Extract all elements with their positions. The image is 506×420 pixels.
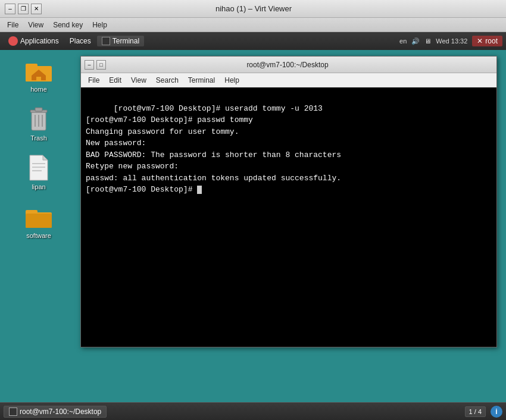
terminal-menubar: File Edit View Search Terminal Help: [81, 73, 496, 87]
tmenu-terminal[interactable]: Terminal: [183, 75, 220, 86]
lipan-icon-label: lipan: [32, 183, 45, 190]
locale-indicator: en: [399, 37, 407, 45]
applications-label: Applications: [20, 37, 59, 45]
gnome-panel-right: en 🔊 🖥 Wed 13:32 ✕ root: [399, 36, 502, 46]
tmenu-view[interactable]: View: [126, 75, 151, 86]
terminal-line-6: Retype new password:: [86, 162, 179, 171]
terminal-tab[interactable]: Terminal: [97, 36, 144, 46]
sound-icon: 🔊: [411, 37, 420, 45]
terminal-line-3: Changing password for user tommy.: [86, 127, 239, 136]
taskbar: root@vm7-100:~/Desktop 1 / 4 i: [0, 402, 506, 420]
svg-rect-17: [26, 214, 52, 228]
terminal-window-title: root@vm7-100:~/Desktop: [106, 61, 469, 69]
tmenu-edit[interactable]: Edit: [104, 75, 126, 86]
outer-menubar: File View Send key Help: [0, 18, 506, 32]
terminal-minimize-btn[interactable]: –: [85, 60, 94, 70]
info-button[interactable]: i: [491, 406, 502, 418]
titlebar-left-controls: – ❐ ✕: [5, 4, 42, 14]
terminal-line-1: [root@vm7-100 Desktop]# useradd tommy -u…: [114, 104, 323, 113]
display-icon: 🖥: [424, 37, 431, 45]
software-folder-icon: [24, 202, 53, 231]
desktop-icon-home[interactable]: home: [15, 56, 63, 93]
taskbar-terminal-item[interactable]: root@vm7-100:~/Desktop: [4, 406, 107, 418]
terminal-window: – □ root@vm7-100:~/Desktop File Edit Vie…: [80, 56, 497, 347]
taskbar-terminal-icon: [9, 408, 17, 416]
terminal-titlebar-buttons: – □: [85, 60, 106, 70]
home-icon-label: home: [30, 86, 47, 93]
menu-sendkey[interactable]: Send key: [48, 20, 88, 30]
home-folder-icon: [24, 56, 53, 84]
terminal-content[interactable]: [root@vm7-100 Desktop]# useradd tommy -u…: [81, 87, 496, 347]
svg-rect-6: [35, 108, 42, 111]
desktop-icons-column: home Trash: [0, 50, 77, 384]
terminal-window-titlebar: – □ root@vm7-100:~/Desktop: [81, 57, 496, 73]
tmenu-file[interactable]: File: [83, 75, 104, 86]
menu-file[interactable]: File: [2, 20, 23, 30]
restore-button[interactable]: ❐: [18, 4, 29, 14]
terminal-line-7: passwd: all authentication tokens update…: [86, 174, 341, 183]
desktop-icon-lipan[interactable]: lipan: [15, 153, 63, 190]
trash-icon-label: Trash: [30, 134, 47, 142]
terminal-cursor: [197, 186, 202, 194]
lipan-file-icon: [24, 153, 53, 182]
virt-viewer-titlebar: – ❐ ✕ nihao (1) – Virt Viewer: [0, 0, 506, 18]
terminal-label: Terminal: [113, 37, 139, 45]
gnome-panel: Applications Places Terminal en 🔊 🖥 Wed …: [0, 32, 506, 50]
tmenu-search[interactable]: Search: [151, 75, 183, 86]
desktop-icon-trash[interactable]: Trash: [15, 105, 63, 142]
terminal-line-4: New password:: [86, 139, 146, 148]
svg-marker-11: [43, 155, 48, 160]
taskbar-item-label: root@vm7-100:~/Desktop: [20, 408, 101, 416]
places-menu[interactable]: Places: [65, 36, 96, 46]
window-title: nihao (1) – Virt Viewer: [42, 4, 466, 13]
gnome-panel-left: Applications Places Terminal: [4, 35, 144, 47]
workspace-pager[interactable]: 1 / 4: [465, 406, 486, 417]
places-label: Places: [70, 37, 91, 45]
terminal-line-5: BAD PASSWORD: The password is shorter th…: [86, 151, 341, 159]
terminal-line-2: [root@vm7-100 Desktop]# passwd tommy: [86, 115, 253, 124]
terminal-line-8: [root@vm7-100 Desktop]#: [86, 185, 197, 194]
menu-help[interactable]: Help: [88, 20, 112, 30]
applications-menu[interactable]: Applications: [4, 35, 64, 47]
root-label: root: [485, 37, 498, 45]
applications-icon: [8, 36, 18, 46]
tmenu-help[interactable]: Help: [220, 75, 244, 86]
terminal-maximize-btn[interactable]: □: [96, 60, 106, 70]
trash-icon: [24, 105, 53, 133]
desktop: home Trash: [0, 50, 506, 384]
root-icon: ✕: [477, 37, 483, 45]
terminal-icon: [102, 37, 110, 45]
taskbar-right: 1 / 4 i: [465, 406, 502, 418]
desktop-icon-software[interactable]: software: [15, 202, 63, 239]
datetime: Wed 13:32: [436, 37, 467, 45]
minimize-button[interactable]: –: [5, 4, 15, 14]
root-menu[interactable]: ✕ root: [472, 36, 502, 46]
software-icon-label: software: [26, 232, 51, 239]
menu-view[interactable]: View: [23, 20, 48, 30]
close-button[interactable]: ✕: [31, 4, 42, 14]
